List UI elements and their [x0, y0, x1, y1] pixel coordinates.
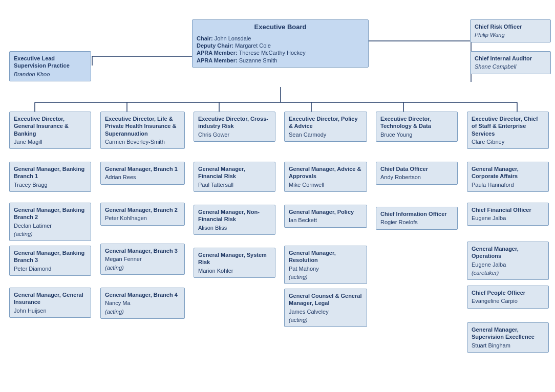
col6-report-4: General Manager, Supervision Excellence … — [467, 322, 549, 353]
col3-director-title: Executive Director, Cross-industry Risk — [198, 115, 271, 130]
col6-r0-title: General Manager, Corporate Affairs — [472, 165, 544, 180]
col1-director-name: Jane Magill — [14, 138, 87, 145]
col2-r3-title: General Manager, Branch 4 — [105, 291, 180, 298]
col2-r3-extra: (acting) — [105, 308, 180, 315]
col1-director-box: Executive Director, General Insurance & … — [9, 112, 91, 149]
col2-r3-name: Nancy Ma — [105, 299, 180, 307]
col6-r0-name: Paula Hannaford — [472, 181, 544, 188]
deputy-label: Deputy Chair: — [197, 42, 233, 49]
col1-r1-title: General Manager, Banking Branch 2 — [14, 206, 87, 221]
col4-r3-title: General Counsel & General Manager, Legal — [289, 292, 362, 307]
col4-report-0: General Manager, Advice & Approvals Mike… — [284, 162, 367, 192]
col4-r1-title: General Manager, Policy — [289, 208, 362, 215]
col4-r2-name: Pat Mahony — [289, 265, 362, 272]
chief-risk-officer-box: Chief Risk Officer Philip Wang — [470, 19, 551, 42]
col4-r0-name: Mike Cornwell — [289, 181, 362, 188]
apra1-name: Therese McCarthy Hockey — [239, 50, 306, 56]
col4-report-2: General Manager, Resolution Pat Mahony (… — [284, 246, 367, 284]
col3-report-0: General Manager, Financial Risk Paul Tat… — [194, 162, 275, 192]
cia-name: Shane Campbell — [475, 63, 546, 70]
col6-r1-name: Eugene Jalba — [472, 214, 544, 222]
col2-director-box: Executive Director, Life & Private Healt… — [100, 112, 185, 149]
col5-r0-name: Andy Robertson — [380, 173, 453, 181]
col1-report-3: General Manager, General Insurance John … — [9, 288, 91, 318]
col6-director-box: Executive Director, Chief of Staff & Ent… — [467, 112, 549, 149]
col5-director-box: Executive Director, Technology & Data Br… — [376, 112, 458, 142]
col2-r1-title: General Manager, Branch 2 — [105, 206, 180, 213]
col3-report-2: General Manager, System Risk Marion Kohl… — [194, 248, 275, 278]
col1-r0-title: General Manager, Banking Branch 1 — [14, 165, 87, 180]
col6-report-1: Chief Financial Officer Eugene Jalba — [467, 203, 549, 226]
col6-r2-extra: (caretaker) — [472, 269, 544, 276]
col6-report-2: General Manager, Operations Eugene Jalba… — [467, 242, 549, 280]
col2-report-3: General Manager, Branch 4 Nancy Ma (acti… — [100, 288, 185, 319]
cia-title: Chief Internal Auditor — [475, 55, 546, 62]
col2-r2-name: Megan Fenner — [105, 255, 180, 263]
exec-lead-box: Executive Lead Supervision Practice Bran… — [9, 51, 91, 81]
col1-r3-title: General Manager, General Insurance — [14, 291, 87, 306]
col2-r1-name: Peter Kohlhagen — [105, 214, 180, 222]
col5-r1-title: Chief Information Officer — [380, 210, 453, 217]
col2-r2-title: General Manager, Branch 3 — [105, 247, 180, 254]
col3-r1-title: General Manager, Non-Financial Risk — [198, 208, 271, 223]
col6-report-0: General Manager, Corporate Affairs Paula… — [467, 162, 549, 192]
cro-title: Chief Risk Officer — [475, 23, 546, 30]
col1-report-2: General Manager, Banking Branch 3 Peter … — [9, 246, 91, 276]
col5-director-title: Executive Director, Technology & Data — [380, 115, 453, 130]
col5-r0-title: Chief Data Officer — [380, 165, 453, 172]
col6-r3-title: Chief People Officer — [472, 289, 544, 296]
col2-report-1: General Manager, Branch 2 Peter Kohlhage… — [100, 203, 185, 226]
col4-r2-extra: (acting) — [289, 273, 362, 280]
col1-r2-name: Peter Diamond — [14, 265, 87, 272]
col5-r1-name: Rogier Roelofs — [380, 219, 453, 226]
col3-r1-name: Alison Bliss — [198, 224, 271, 231]
col6-r3-name: Evangeline Carpio — [472, 297, 544, 304]
col6-director-name: Clare Gibney — [472, 138, 544, 145]
col3-r0-name: Paul Tattersall — [198, 181, 271, 188]
col4-director-title: Executive Director, Policy & Advice — [289, 115, 362, 130]
col4-r0-title: General Manager, Advice & Approvals — [289, 165, 362, 180]
col4-report-3: General Counsel & General Manager, Legal… — [284, 289, 367, 327]
col2-report-0: General Manager, Branch 1 Adrian Rees — [100, 162, 185, 185]
col3-director-box: Executive Director, Cross-industry Risk … — [194, 112, 275, 142]
col4-director-name: Sean Carmody — [289, 131, 362, 138]
col3-r0-title: General Manager, Financial Risk — [198, 165, 271, 180]
col3-r2-name: Marion Kohler — [198, 267, 271, 274]
col2-director-title: Executive Director, Life & Private Healt… — [105, 115, 180, 137]
col1-r2-title: General Manager, Banking Branch 3 — [14, 249, 87, 264]
col5-director-name: Bruce Young — [380, 131, 453, 138]
col6-director-title: Executive Director, Chief of Staff & Ent… — [472, 115, 544, 137]
col1-r3-name: John Huijsen — [14, 307, 87, 314]
col3-director-name: Chris Gower — [198, 131, 271, 138]
col4-director-box: Executive Director, Policy & Advice Sean… — [284, 112, 367, 142]
col6-r2-name: Eugene Jalba — [472, 261, 544, 268]
col1-r1-extra: (acting) — [14, 230, 87, 237]
col2-report-2: General Manager, Branch 3 Megan Fenner (… — [100, 244, 185, 275]
executive-board-box: Executive Board Chair: John Lonsdale Dep… — [192, 19, 369, 68]
col1-report-0: General Manager, Banking Branch 1 Tracey… — [9, 162, 91, 192]
col5-report-0: Chief Data Officer Andy Robertson — [376, 162, 458, 185]
chief-internal-auditor-box: Chief Internal Auditor Shane Campbell — [470, 51, 551, 74]
col6-r4-name: Stuart Bingham — [472, 342, 544, 349]
col4-r3-extra: (acting) — [289, 316, 362, 323]
exec-lead-name: Brandon Khoo — [14, 71, 87, 78]
org-chart: Executive Lead Supervision Practice Bran… — [0, 0, 555, 10]
col2-r0-title: General Manager, Branch 1 — [105, 165, 180, 172]
col3-report-1: General Manager, Non-Financial Risk Alis… — [194, 205, 275, 235]
col4-r2-title: General Manager, Resolution — [289, 249, 362, 264]
col6-r2-title: General Manager, Operations — [472, 245, 544, 260]
exec-board-title: Executive Board — [197, 23, 364, 32]
col1-report-1: General Manager, Banking Branch 2 Declan… — [9, 203, 91, 241]
col2-director-name: Carmen Beverley-Smith — [105, 138, 180, 145]
chair-label: Chair: — [197, 35, 213, 41]
chair-name: John Lonsdale — [215, 35, 251, 41]
apra2-name: Suzanne Smith — [239, 57, 278, 63]
apra2-label: APRA Member: — [197, 57, 238, 63]
col2-r0-name: Adrian Rees — [105, 173, 180, 181]
deputy-name: Margaret Cole — [235, 42, 271, 49]
col4-report-1: General Manager, Policy Ian Beckett — [284, 205, 367, 228]
col4-r3-name: James Calveley — [289, 308, 362, 315]
col1-r1-name: Declan Latimer — [14, 222, 87, 229]
cro-name: Philip Wang — [475, 31, 546, 38]
col3-r2-title: General Manager, System Risk — [198, 251, 271, 266]
